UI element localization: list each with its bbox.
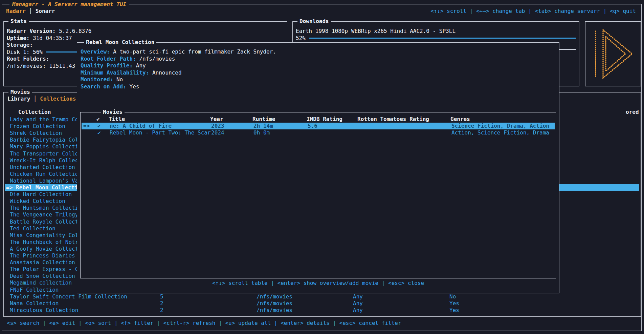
managarr-logo	[585, 22, 641, 86]
detail-field-label: Monitored:	[81, 76, 113, 83]
detail-field-label: Quality Profile:	[81, 62, 133, 69]
collection-name: The Huntsman Collecti	[10, 205, 78, 211]
collection-name: The Princess Diaries	[10, 252, 75, 259]
collection-name: Barbie Fairytopia Col	[10, 137, 78, 143]
collection-name: Megamind collection	[10, 279, 72, 286]
app-title: Managarr - A Servarr management TUI	[9, 1, 129, 8]
movie-row[interactable]: ✔Rebel Moon - Part Two: The Scar20240h 0…	[82, 129, 555, 136]
movie-genres: Action, Science Fiction, Drama	[451, 129, 549, 136]
top-keybind-help: <↑↓> scroll | <←→> change tab | <tab> ch…	[430, 8, 636, 15]
check-icon: ✔	[97, 123, 101, 129]
collection-name: Ted Collection	[10, 225, 55, 232]
movie-col-header: Title	[109, 116, 125, 123]
movies-table-header: ✔TitleYearRuntimeIMDB RatingRotten Tomat…	[81, 116, 556, 123]
collection-row[interactable]: Nana Collection2/nfs/moviesAnyYes	[5, 300, 639, 307]
modal-fields: Overview: A two-part sci-fi epic from fi…	[81, 48, 556, 90]
movie-title: Rebel Moon - Part Two: The Scar	[110, 129, 211, 136]
collection-root-folder: /nfs/movies	[257, 300, 292, 307]
movie-col-header: Rotten Tomatoes Rating	[357, 116, 429, 123]
collection-name: Mary Poppins Collecti	[10, 143, 78, 150]
detail-field-value: A two-part sci-fi epic from filmmaker Za…	[110, 48, 276, 55]
tab-collections[interactable]: Collections	[40, 96, 76, 102]
collection-name: Die Hard Collection	[10, 191, 72, 198]
collection-monitored: Yes	[449, 300, 459, 307]
collection-quality-profile: Any	[353, 300, 363, 307]
bottom-keybind-help: <s> search | <e> edit | <o> sort | <f> f…	[7, 320, 401, 327]
detail-field: Search on Add: Yes	[81, 83, 556, 90]
check-column-icon: ✔	[96, 116, 100, 123]
movie-imdb-rating: 5.6	[308, 123, 317, 129]
detail-field-label: Minimum Availability:	[81, 69, 149, 76]
collection-root-folder: /nfs/movies	[257, 293, 292, 300]
detail-field-value: Announced	[149, 69, 181, 76]
collection-name: Wreck-It Ralph Collec	[10, 157, 78, 164]
movie-title: ne: A Child of Fire	[110, 123, 172, 129]
collection-name: The Transporter Colle	[10, 150, 78, 157]
detail-field-value: /nfs/movies	[136, 56, 175, 62]
detail-field-label: Overview:	[81, 48, 110, 55]
collection-details-modal: Rebel Moon Collection Overview: A two-pa…	[77, 42, 559, 293]
modal-keybind-help: <↑↓> scroll table | <enter> show overvie…	[77, 280, 559, 287]
movie-col-header: Runtime	[252, 116, 275, 123]
movie-row[interactable]: =>✔ne: A Child of Fire20232h 14m5.6Scien…	[82, 123, 555, 129]
tab-radarr[interactable]: Radarr	[6, 8, 26, 14]
collection-row[interactable]: Miraculous Collection2/nfs/moviesAnyYes	[5, 307, 639, 314]
logo-panel	[585, 21, 641, 86]
collection-movie-count: 2	[160, 307, 163, 314]
modal-movies-box: Movies ✔TitleYearRuntimeIMDB RatingRotte…	[80, 112, 556, 278]
movie-col-header: IMDB Rating	[307, 116, 342, 123]
collection-name: FNaF Collection	[10, 287, 59, 293]
detail-field-value: Yes	[126, 83, 139, 90]
collection-name: National Lampoon's Va	[10, 178, 78, 184]
monitored-column-header-fragment: ored	[626, 109, 639, 116]
tab-sonarr[interactable]: Sonarr	[36, 8, 55, 14]
detail-field: Minimum Availability: Announced	[81, 69, 556, 77]
collection-column-header: Collection	[18, 109, 51, 116]
collection-name: Taylor Swift Concert Film Collection	[10, 293, 127, 300]
detail-field: Monitored: No	[81, 76, 556, 83]
check-icon: ✔	[97, 129, 101, 136]
modal-title: Rebel Moon Collection	[84, 39, 156, 46]
tab-library[interactable]: Library	[7, 96, 30, 102]
collection-name: The Polar Express - C	[10, 266, 78, 273]
movie-genres: Science Fiction, Drama, Action	[451, 123, 549, 129]
collection-name: Dead Snow Collection	[10, 273, 75, 279]
detail-field-value: No	[113, 76, 123, 83]
collection-name: Miraculous Collection	[10, 307, 78, 314]
collection-name: Shrek Collection	[10, 130, 62, 137]
collection-root-folder: /nfs/movies	[257, 307, 292, 314]
collection-row[interactable]: Taylor Swift Concert Film Collection5/nf…	[5, 293, 639, 300]
collection-name: Chicken Run Collectio	[10, 171, 78, 178]
movie-col-header: Genres	[450, 116, 470, 123]
collection-name: Battle Royale Collect	[10, 218, 78, 225]
modal-movies-title: Movies	[101, 109, 125, 116]
selection-arrow: =>	[83, 123, 90, 129]
tab-separator: │	[26, 8, 36, 14]
tab-separator: │	[30, 96, 40, 102]
collection-name: Frozen Collection	[10, 123, 65, 130]
servarr-tabs: Radarr │ Sonarr	[6, 8, 55, 15]
detail-field: Quality Profile: Any	[81, 62, 556, 69]
collection-quality-profile: Any	[353, 307, 363, 314]
collection-name: A Goofy Movie Collect	[10, 246, 78, 252]
detail-field: Root Folder Path: /nfs/movies	[81, 56, 556, 63]
collection-name: Wicked Collection	[10, 198, 65, 205]
detail-field-label: Root Folder Path:	[81, 56, 136, 62]
app-root: Managarr - A Servarr management TUI Rada…	[0, 0, 644, 334]
stats-version: Radarr Version: 5.2.6.8376	[7, 28, 284, 35]
collection-name: Uncharted Collection	[10, 164, 75, 171]
movies-panel-title: Movies	[8, 89, 32, 96]
detail-field: Overview: A two-part sci-fi epic from fi…	[81, 48, 556, 56]
collection-monitored: Yes	[449, 307, 459, 314]
detail-field-value: Any	[133, 62, 146, 69]
collection-name: The Vengeance Trilogy	[10, 211, 78, 218]
collection-name: The Hunchback of Notr	[10, 239, 78, 246]
movie-year: 2023	[211, 123, 224, 129]
collection-movie-count: 2	[160, 300, 163, 307]
download-item-name: Earth 1998 1080p WEBRip x265 Hindi AAC2.…	[296, 28, 576, 35]
collection-name: Nana Collection	[10, 300, 59, 307]
download-progress-row: 52%	[296, 35, 576, 42]
movie-year: 2024	[211, 129, 224, 136]
movies-tabs: Library │ Collections │	[7, 96, 83, 102]
download-progress-gauge	[309, 38, 576, 39]
